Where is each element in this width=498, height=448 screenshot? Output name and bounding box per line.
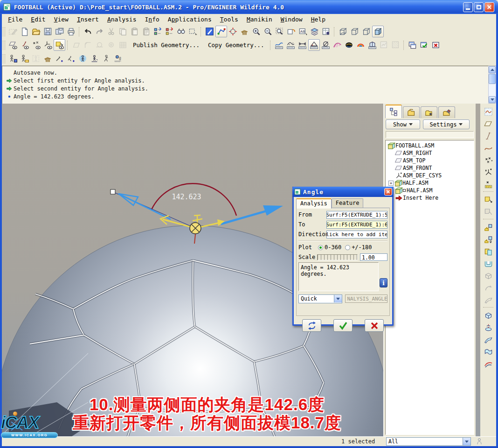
datum-plane-tool-icon[interactable] <box>482 118 494 130</box>
manikin-place-icon[interactable] <box>30 53 42 64</box>
measure-angle-icon[interactable] <box>308 39 320 51</box>
tree-expander[interactable]: + <box>388 181 394 186</box>
plot-radio-180[interactable] <box>345 245 350 250</box>
named-views-icon[interactable]: AB <box>297 26 309 37</box>
model-tree-tab[interactable] <box>385 105 402 118</box>
show-dropdown[interactable]: Show <box>386 119 420 129</box>
create-component-icon[interactable] <box>482 233 494 245</box>
sweep-gray-icon[interactable] <box>482 294 494 306</box>
menu-file[interactable]: File <box>4 15 27 24</box>
sketch-corner-icon[interactable] <box>82 39 94 51</box>
open-file-icon[interactable] <box>30 26 42 37</box>
manikin-gauge-icon[interactable]: g <box>112 53 124 64</box>
manikin-walk-icon[interactable] <box>100 53 112 64</box>
layer-note-tool-icon[interactable] <box>482 194 494 206</box>
to-field[interactable]: Surf:F5(EXTRUDE_1):6 <box>326 221 387 229</box>
filter-icon[interactable] <box>476 438 483 445</box>
measure-distance-icon[interactable] <box>297 39 308 51</box>
cancel-button[interactable] <box>365 319 384 332</box>
combo-arrow-icon[interactable] <box>463 438 470 445</box>
save-backup-icon[interactable] <box>54 26 65 37</box>
scale-slider[interactable] <box>317 254 358 260</box>
blend-tool-icon[interactable] <box>482 346 494 358</box>
sketch-circle-icon[interactable] <box>94 39 105 51</box>
close-window-icon[interactable] <box>430 39 442 51</box>
menu-tools[interactable]: Tools <box>216 15 242 24</box>
info-icon[interactable]: i <box>380 278 387 287</box>
manikin-hand-icon[interactable] <box>42 53 54 64</box>
tab-analysis[interactable]: Analysis <box>296 198 332 209</box>
zoom-in-icon[interactable] <box>250 26 262 37</box>
new-file-icon[interactable] <box>19 26 30 37</box>
new-window-icon[interactable] <box>407 39 418 51</box>
regenerate-custom-icon[interactable] <box>164 26 175 37</box>
extrude-tool-icon[interactable] <box>482 309 494 322</box>
scroll-down-icon[interactable] <box>489 96 496 103</box>
direction-field[interactable]: Click here to add item <box>326 231 387 238</box>
assemble-component-icon[interactable] <box>482 221 494 233</box>
sweep-tool-icon[interactable] <box>482 334 494 346</box>
sketch-circle2-icon[interactable] <box>105 39 117 51</box>
layer-note-gray-icon[interactable] <box>482 206 494 218</box>
revolve-gray-icon[interactable] <box>482 282 494 294</box>
menu-view[interactable]: View <box>50 15 73 24</box>
curve-tool-icon[interactable] <box>482 142 494 154</box>
menu-analysis[interactable]: Analysis <box>103 15 141 24</box>
repeat-button[interactable] <box>302 319 321 332</box>
menu-info[interactable]: Info <box>141 15 164 24</box>
datum-point-tool-icon[interactable] <box>482 154 494 166</box>
sketch-grid-icon[interactable] <box>117 39 129 51</box>
model-display-icon[interactable] <box>215 26 227 37</box>
manikin-reach-icon[interactable] <box>54 53 65 64</box>
menu-applications[interactable]: Applications <box>164 15 216 24</box>
reflection-analysis-icon[interactable] <box>355 39 367 51</box>
analysis-point-tool-icon[interactable] <box>482 178 494 190</box>
saved-analysis-2-icon[interactable] <box>390 39 401 51</box>
menu-manikin[interactable]: Manikin <box>242 15 277 24</box>
menu-help[interactable]: Help <box>307 15 330 24</box>
style-tool-icon[interactable] <box>482 358 494 370</box>
close-button[interactable]: ✕ <box>484 2 494 12</box>
copy-geometry-button[interactable]: Copy Geometry... <box>204 40 268 50</box>
from-field[interactable]: Surf:F5(EXTRUDE_1):5 <box>326 211 387 219</box>
sketch-tool-icon[interactable] <box>482 105 494 118</box>
message-scrollbar[interactable] <box>488 66 496 104</box>
drag-hand-icon[interactable] <box>239 26 250 37</box>
dialog-close-button[interactable]: ✕ <box>384 188 392 196</box>
datum-csys-toggle-icon[interactable] <box>42 39 54 51</box>
manikin-env-icon[interactable] <box>89 53 100 64</box>
scroll-up-icon[interactable] <box>489 66 496 73</box>
cut-icon[interactable] <box>105 26 117 37</box>
zoom-out-icon[interactable] <box>262 26 274 37</box>
manikin-vision-icon[interactable] <box>65 53 77 64</box>
accept-button[interactable] <box>333 319 353 332</box>
extrude-gray-icon[interactable] <box>482 270 494 282</box>
hidden-line-icon[interactable] <box>349 26 360 37</box>
package-component-icon[interactable] <box>482 245 494 258</box>
maximize-button[interactable] <box>474 2 484 12</box>
settings-dropdown[interactable]: Settings <box>423 119 470 129</box>
sketch-region-icon[interactable] <box>70 39 82 51</box>
shaded-curvature-icon[interactable] <box>343 39 355 51</box>
measure-surface-icon[interactable] <box>285 39 297 51</box>
activate-window-icon[interactable] <box>418 39 430 51</box>
manikin-posture-icon[interactable] <box>77 53 89 64</box>
reorient-icon[interactable] <box>285 26 297 37</box>
datum-planes-toggle-icon[interactable] <box>7 39 19 51</box>
folder-browser-tab[interactable] <box>403 106 420 118</box>
selection-filter-combo[interactable]: All <box>386 437 471 446</box>
shaded-icon[interactable] <box>372 26 384 37</box>
spin-center-icon[interactable] <box>227 26 239 37</box>
quick-combo[interactable]: Quick <box>298 294 342 303</box>
sketcher-display-icon[interactable] <box>204 26 215 37</box>
print-icon[interactable] <box>65 26 77 37</box>
select-box-icon[interactable] <box>187 26 199 37</box>
scale-value-field[interactable]: 1.00 <box>360 253 387 261</box>
menu-window[interactable]: Window <box>277 15 307 24</box>
save-file-icon[interactable] <box>42 26 54 37</box>
undo-icon[interactable] <box>82 26 94 37</box>
edit-select-icon[interactable] <box>7 26 19 37</box>
no-hidden-icon[interactable] <box>360 26 372 37</box>
manikin-open-icon[interactable] <box>19 53 30 64</box>
datum-points-toggle-icon[interactable] <box>30 39 42 51</box>
